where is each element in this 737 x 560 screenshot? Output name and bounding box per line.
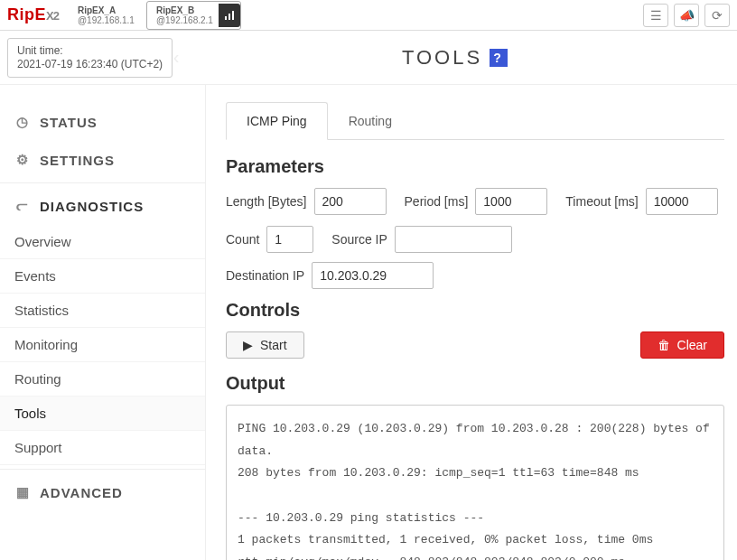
- svg-rect-1: [229, 14, 230, 20]
- collapse-sidebar-button[interactable]: ‹: [161, 42, 191, 73]
- param-row-1: Length [Bytes] Period [ms] Timeout [ms]: [226, 188, 724, 215]
- input-source-ip[interactable]: [395, 226, 512, 253]
- sidebar-sub-overview[interactable]: Overview: [0, 225, 205, 259]
- sidebar-item-diagnostics[interactable]: ᓕ DIAGNOSTICS: [0, 187, 205, 225]
- content: ICMP Ping Routing Parameters Length [Byt…: [206, 85, 737, 560]
- sidebar-item-label: SETTINGS: [40, 153, 115, 168]
- section-controls: Controls: [226, 300, 724, 321]
- input-count[interactable]: [266, 226, 313, 253]
- section-parameters: Parameters: [226, 156, 724, 177]
- gauge-icon: ◷: [14, 114, 31, 130]
- logo: RipEX2: [7, 5, 59, 24]
- chevron-left-icon: ‹: [173, 51, 180, 64]
- clear-button[interactable]: 🗑︎ Clear: [640, 331, 724, 359]
- device-tab-b[interactable]: RipEX_B @192.168.2.1: [146, 1, 241, 30]
- label-source-ip: Source IP: [331, 232, 387, 247]
- sidebar-item-label: ADVANCED: [40, 485, 123, 500]
- refresh-icon: ⟳: [712, 8, 723, 23]
- sidebar-item-label: DIAGNOSTICS: [40, 199, 144, 214]
- label-destination-ip: Destination IP: [226, 268, 304, 283]
- field-source-ip: Source IP: [331, 226, 511, 253]
- field-length: Length [Bytes]: [226, 188, 387, 215]
- unit-time-label: Unit time:: [17, 44, 163, 58]
- play-icon: ▶: [243, 338, 253, 352]
- sidebar-sub-monitoring[interactable]: Monitoring: [0, 328, 205, 362]
- megaphone-icon: 📣: [679, 8, 695, 23]
- tab-icmp-ping[interactable]: ICMP Ping: [226, 102, 328, 140]
- main-area: ◷ STATUS ⚙︎ SETTINGS ᓕ DIAGNOSTICS Overv…: [0, 85, 737, 560]
- gear-icon: ⚙︎: [14, 152, 31, 168]
- list-icon: ☰: [650, 8, 662, 23]
- field-period: Period [ms]: [405, 188, 548, 215]
- unit-time-value: 2021-07-19 16:23:40 (UTC+2): [17, 58, 163, 71]
- sidebar-sub-tools[interactable]: Tools: [0, 397, 205, 431]
- label-period: Period [ms]: [405, 194, 469, 209]
- controls-row: ▶ Start 🗑︎ Clear: [226, 331, 724, 359]
- sidebar-sub-routing[interactable]: Routing: [0, 362, 205, 397]
- field-destination-ip: Destination IP: [226, 262, 434, 289]
- field-timeout: Timeout [ms]: [565, 188, 717, 215]
- sidebar-item-settings[interactable]: ⚙︎ SETTINGS: [0, 141, 205, 179]
- sidebar-item-label: STATUS: [40, 115, 98, 130]
- sidebar-sub-events[interactable]: Events: [0, 259, 205, 294]
- list-button[interactable]: ☰: [643, 4, 668, 27]
- notifications-button[interactable]: 📣: [674, 4, 699, 27]
- page-title-text: TOOLS: [402, 46, 482, 70]
- tab-routing[interactable]: Routing: [328, 102, 413, 140]
- logo-suffix: X2: [46, 9, 59, 23]
- section-output: Output: [226, 373, 724, 394]
- top-bar: RipEX2 RipEX_A @192.168.1.1 RipEX_B @192…: [0, 0, 737, 31]
- output-console: PING 10.203.0.29 (10.203.0.29) from 10.2…: [226, 405, 724, 560]
- input-timeout[interactable]: [646, 188, 718, 215]
- start-button-label: Start: [260, 338, 287, 352]
- trash-icon: 🗑︎: [658, 338, 670, 352]
- sidebar-item-status[interactable]: ◷ STATUS: [0, 103, 205, 141]
- clear-button-label: Clear: [677, 338, 707, 352]
- page-title: TOOLS ?: [402, 46, 508, 70]
- tab-bar: ICMP Ping Routing: [226, 101, 724, 140]
- param-row-2: Count Source IP Destination IP: [226, 226, 724, 289]
- sidebar-sub-support[interactable]: Support: [0, 431, 205, 465]
- logo-main: RipE: [7, 5, 46, 23]
- refresh-button[interactable]: ⟳: [704, 4, 730, 27]
- device-name: RipEX_A: [78, 5, 135, 15]
- input-period[interactable]: [475, 188, 547, 215]
- signal-icon: [219, 4, 240, 27]
- svg-rect-0: [225, 16, 227, 20]
- device-ip: @192.168.1.1: [78, 15, 135, 25]
- device-ip: @192.168.2.1: [156, 15, 213, 25]
- field-count: Count: [226, 226, 313, 253]
- device-tab-a[interactable]: RipEX_A @192.168.1.1: [70, 3, 143, 28]
- input-length[interactable]: [314, 188, 387, 215]
- device-name: RipEX_B: [156, 5, 213, 15]
- stethoscope-icon: ᓕ: [14, 198, 31, 214]
- svg-rect-2: [232, 11, 234, 20]
- unit-time-box: Unit time: 2021-07-19 16:23:40 (UTC+2) ‹: [7, 38, 173, 78]
- grid-icon: ▦: [14, 484, 31, 500]
- start-button[interactable]: ▶ Start: [226, 331, 304, 359]
- title-bar: Unit time: 2021-07-19 16:23:40 (UTC+2) ‹…: [0, 31, 737, 85]
- sidebar-item-advanced[interactable]: ▦ ADVANCED: [0, 473, 205, 511]
- label-length: Length [Bytes]: [226, 194, 307, 209]
- label-count: Count: [226, 232, 259, 247]
- sidebar: ◷ STATUS ⚙︎ SETTINGS ᓕ DIAGNOSTICS Overv…: [0, 85, 206, 560]
- input-destination-ip[interactable]: [312, 262, 434, 289]
- sidebar-sub-statistics[interactable]: Statistics: [0, 294, 205, 328]
- label-timeout: Timeout [ms]: [565, 194, 638, 209]
- help-button[interactable]: ?: [490, 49, 508, 67]
